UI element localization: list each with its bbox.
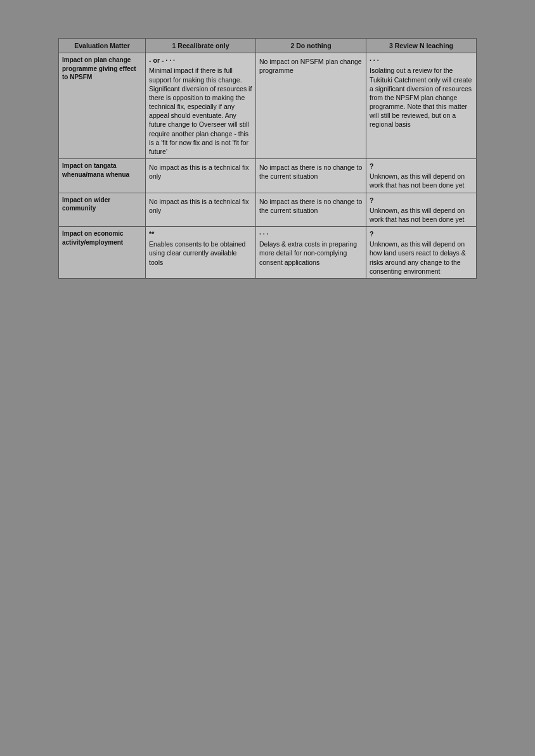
row-header-3: Impact on economic activity/employment xyxy=(59,227,146,279)
row-3-col1: ** Enables consents to be obtained using… xyxy=(146,227,256,279)
row-0-col1: - or - · · · Minimal impact if there is … xyxy=(146,53,256,159)
table-row: Impact on tangata whenua/mana whenua No … xyxy=(59,159,477,193)
rating-3-1: ** xyxy=(149,229,252,238)
text-1-3: Unknown, as this will depend on work tha… xyxy=(370,172,473,189)
row-3-col3: ? Unknown, as this will depend on how la… xyxy=(366,227,477,279)
rating-3-2: · · · xyxy=(259,229,363,238)
row-0-col2: No impact on NPSFM plan change programme xyxy=(256,53,366,159)
header-col1: 1 Recalibrate only xyxy=(146,39,256,53)
row-header-0: Impact on plan change programme giving e… xyxy=(59,53,146,159)
text-1-2: No impact as there is no change to the c… xyxy=(259,163,363,181)
text-2-2: No impact as there is no change to the c… xyxy=(259,197,363,215)
rating-0-3: · · · xyxy=(370,56,473,65)
text-3-3: Unknown, as this will depend on how land… xyxy=(370,240,473,276)
header-col3: 3 Review N leaching xyxy=(366,39,477,53)
row-header-2: Impact on wider community xyxy=(59,193,146,227)
row-header-1: Impact on tangata whenua/mana whenua xyxy=(59,159,146,193)
text-0-2: No impact on NPSFM plan change programme xyxy=(259,57,363,75)
rating-1-3: ? xyxy=(370,162,473,170)
text-3-1: Enables consents to be obtained using cl… xyxy=(149,240,252,267)
header-col2: 2 Do nothing xyxy=(256,39,366,53)
row-1-col2: No impact as there is no change to the c… xyxy=(256,159,366,193)
text-0-1: Minimal impact if there is full support … xyxy=(149,66,252,156)
rating-0-1: - or - · · · xyxy=(149,56,252,65)
text-3-2: Delays & extra costs in preparing more d… xyxy=(259,240,363,267)
rating-3-3: ? xyxy=(370,229,473,238)
table-row: Impact on wider community No impact as t… xyxy=(59,193,477,227)
row-1-col3: ? Unknown, as this will depend on work t… xyxy=(366,159,477,193)
text-0-3: Isolating out a review for the Tukituki … xyxy=(370,66,473,129)
header-evaluation-matter: Evaluation Matter xyxy=(59,39,146,53)
table-row: Impact on economic activity/employment *… xyxy=(59,227,477,279)
table-wrapper: Evaluation Matter 1 Recalibrate only 2 D… xyxy=(58,38,477,279)
row-2-col3: ? Unknown, as this will depend on work t… xyxy=(366,193,477,227)
rating-2-3: ? xyxy=(370,196,473,205)
table-row: Impact on plan change programme giving e… xyxy=(59,53,477,159)
row-2-col2: No impact as there is no change to the c… xyxy=(256,193,366,227)
page-container: Evaluation Matter 1 Recalibrate only 2 D… xyxy=(0,0,535,756)
text-2-1: No impact as this is a technical fix onl… xyxy=(149,197,252,215)
text-1-1: No impact as this is a technical fix onl… xyxy=(149,163,252,181)
row-1-col1: No impact as this is a technical fix onl… xyxy=(146,159,256,193)
text-2-3: Unknown, as this will depend on work tha… xyxy=(370,206,473,224)
row-0-col3: · · · Isolating out a review for the Tuk… xyxy=(366,53,477,159)
row-2-col1: No impact as this is a technical fix onl… xyxy=(146,193,256,227)
row-3-col2: · · · Delays & extra costs in preparing … xyxy=(256,227,366,279)
evaluation-table: Evaluation Matter 1 Recalibrate only 2 D… xyxy=(58,38,477,279)
